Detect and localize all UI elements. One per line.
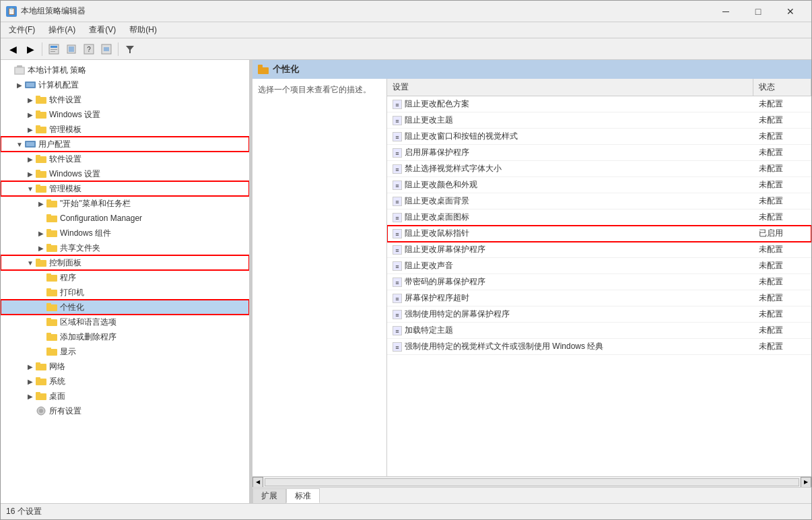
personalization-icon (46, 302, 57, 312)
app-icon: 📋 (6, 6, 17, 17)
table-row[interactable]: ≡阻止更改颜色和外观未配置 (387, 177, 811, 193)
table-row[interactable]: ≡带密码的屏幕保护程序未配置 (387, 274, 811, 290)
toggle-all-settings[interactable] (25, 405, 36, 416)
table-row[interactable]: ≡阻止更改屏幕保护程序未配置 (387, 242, 811, 258)
tab-expand[interactable]: 扩展 (252, 488, 286, 503)
toggle-computer-config[interactable]: ▶ (14, 79, 25, 90)
tree-item-all-settings[interactable]: 所有设置 (1, 403, 249, 418)
toggle-printers[interactable] (36, 287, 46, 298)
forward-button[interactable]: ▶ (22, 41, 38, 57)
toggle-personalization[interactable] (36, 302, 46, 313)
col-settings: 设置 (387, 79, 753, 96)
menu-file[interactable]: 文件(F) (3, 23, 40, 38)
toggle-regional[interactable] (36, 317, 46, 327)
policy-status-cell: 未配置 (753, 112, 811, 129)
toggle-software-2[interactable]: ▶ (25, 154, 36, 164)
table-row[interactable]: ≡阻止更改配色方案未配置 (387, 96, 811, 112)
tree-item-windows-components[interactable]: ▶ Windows 组件 (1, 226, 249, 240)
toolbar: ◀ ▶ ? (1, 38, 811, 60)
svg-point-19 (39, 409, 43, 413)
table-row[interactable]: ≡阻止更改桌面背景未配置 (387, 193, 811, 209)
toggle-software-1[interactable]: ▶ (25, 94, 36, 105)
table-row[interactable]: ≡阻止更改声音未配置 (387, 258, 811, 274)
scroll-left-button[interactable]: ◀ (252, 477, 263, 488)
policy-status-cell: 未配置 (753, 339, 811, 355)
horizontal-scroll-area: ◀ ▶ (252, 476, 811, 487)
table-row[interactable]: ≡阻止更改主题未配置 (387, 112, 811, 129)
tree-item-shared-folders[interactable]: ▶ 共享文件夹 (1, 240, 249, 255)
toggle-admin-1[interactable]: ▶ (25, 124, 36, 135)
tree-item-add-remove[interactable]: 添加或删除程序 (1, 329, 249, 344)
tree-item-desktop[interactable]: ▶ 桌面 (1, 389, 249, 403)
tree-item-config-manager[interactable]: Configuration Manager (1, 211, 249, 226)
tree-root-label: 本地计算机 策略 (28, 65, 86, 76)
menu-help[interactable]: 帮助(H) (124, 23, 162, 38)
scroll-right-button[interactable]: ▶ (801, 477, 811, 488)
table-row[interactable]: ≡启用屏幕保护程序未配置 (387, 145, 811, 161)
table-row[interactable]: ≡加载特定主题未配置 (387, 323, 811, 339)
tree-item-windows-settings-1[interactable]: ▶ Windows 设置 (1, 107, 249, 122)
tab-standard[interactable]: 标准 (286, 488, 320, 503)
toggle-network[interactable]: ▶ (25, 361, 36, 372)
filter-button[interactable] (122, 41, 138, 57)
tree-item-user-config[interactable]: ▼ 用户配置 (1, 137, 249, 152)
tree-item-root[interactable]: 本地计算机 策略 (1, 63, 249, 77)
toggle-root[interactable] (3, 65, 14, 75)
maximize-button[interactable]: □ (743, 2, 774, 21)
toggle-system[interactable]: ▶ (25, 376, 36, 387)
table-row[interactable]: ≡阻止更改鼠标指针已启用 (387, 226, 811, 242)
settings-pane: 设置 状态 ≡阻止更改配色方案未配置≡阻止更改主题未配置≡阻止更改窗口和按钮的视… (387, 79, 811, 476)
add-remove-icon (46, 332, 57, 342)
tree-item-programs[interactable]: 程序 (1, 270, 249, 285)
toggle-user-config[interactable]: ▼ (14, 139, 25, 150)
tree-item-control-panel[interactable]: ▼ 控制面板 (1, 255, 249, 270)
tree-item-windows-settings-2[interactable]: ▶ Windows 设置 (1, 166, 249, 181)
table-row[interactable]: ≡强制使用特定的视觉样式文件或强制使用 Windows 经典未配置 (387, 339, 811, 355)
table-row[interactable]: ≡阻止更改窗口和按钮的视觉样式未配置 (387, 129, 811, 145)
policy-status-cell: 未配置 (753, 161, 811, 177)
table-row[interactable]: ≡强制使用特定的屏幕保护程序未配置 (387, 306, 811, 323)
toggle-admin-2[interactable]: ▼ (25, 183, 36, 194)
horizontal-scrollbar[interactable] (265, 478, 799, 486)
tree-item-software-2[interactable]: ▶ 软件设置 (1, 152, 249, 166)
toggle-programs[interactable] (36, 272, 46, 283)
table-row[interactable]: ≡禁止选择视觉样式字体大小未配置 (387, 161, 811, 177)
menu-action[interactable]: 操作(A) (43, 23, 81, 38)
tree-item-personalization[interactable]: 个性化 (1, 300, 249, 315)
svg-rect-9 (104, 47, 109, 51)
minimize-button[interactable]: ─ (710, 2, 741, 21)
tree-item-regional[interactable]: 区域和语言选项 (1, 315, 249, 329)
description-text: 选择一个项目来查看它的描述。 (258, 85, 371, 94)
close-button[interactable]: ✕ (775, 2, 806, 21)
toggle-start-menu[interactable]: ▶ (36, 198, 46, 209)
toggle-display[interactable] (36, 346, 46, 357)
toolbar-btn-2[interactable] (63, 41, 79, 57)
back-button[interactable]: ◀ (5, 41, 21, 57)
toggle-config-manager[interactable] (36, 213, 46, 224)
toolbar-btn-4[interactable] (98, 41, 114, 57)
tree-item-software-1[interactable]: ▶ 软件设置 (1, 92, 249, 107)
tree-item-network[interactable]: ▶ 网络 (1, 359, 249, 374)
toolbar-btn-1[interactable] (46, 41, 62, 57)
software-2-icon (36, 154, 46, 164)
menu-view[interactable]: 查看(V) (83, 23, 121, 38)
control-panel-icon (36, 258, 46, 267)
toggle-windows-components[interactable]: ▶ (36, 228, 46, 238)
toggle-desktop[interactable]: ▶ (25, 391, 36, 401)
table-row[interactable]: ≡阻止更改桌面图标未配置 (387, 209, 811, 226)
tree-item-printers[interactable]: 打印机 (1, 285, 249, 300)
toggle-add-remove[interactable] (36, 331, 46, 342)
policy-icon: ≡ (393, 148, 402, 158)
toggle-shared-folders[interactable]: ▶ (36, 242, 46, 253)
tree-item-start-menu[interactable]: ▶ "开始"菜单和任务栏 (1, 196, 249, 211)
tree-item-admin-templates-1[interactable]: ▶ 管理模板 (1, 122, 249, 137)
tree-item-computer-config[interactable]: ▶ 计算机配置 (1, 77, 249, 92)
toggle-control-panel[interactable]: ▼ (25, 257, 36, 268)
toolbar-btn-3[interactable]: ? (81, 41, 97, 57)
toggle-windows-2[interactable]: ▶ (25, 168, 36, 179)
tree-item-system[interactable]: ▶ 系统 (1, 374, 249, 389)
tree-item-display[interactable]: 显示 (1, 344, 249, 359)
table-row[interactable]: ≡屏幕保护程序超时未配置 (387, 290, 811, 306)
tree-item-admin-templates-2[interactable]: ▼ 管理模板 (1, 181, 249, 196)
toggle-windows-1[interactable]: ▶ (25, 109, 36, 120)
